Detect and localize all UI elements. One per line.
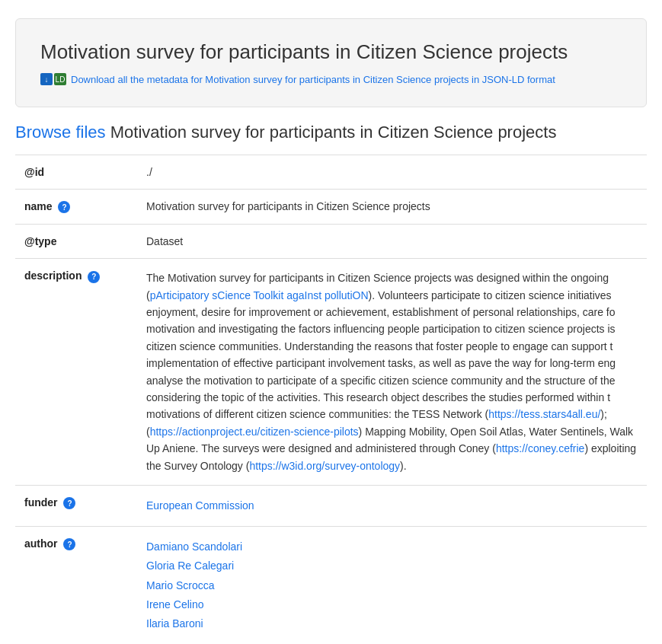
- author-help-badge[interactable]: ?: [63, 538, 75, 550]
- author-link[interactable]: Irene Celino: [146, 595, 638, 614]
- download-box-icon: ↓: [40, 73, 53, 85]
- browse-section: Browse files Motivation survey for parti…: [15, 123, 647, 644]
- name-value: Motivation survey for participants in Ci…: [146, 200, 430, 212]
- author-label: author: [24, 537, 58, 550]
- header-card: Motivation survey for participants in Ci…: [15, 18, 647, 107]
- action-link[interactable]: https://actionproject.eu/citizen-science…: [150, 426, 359, 438]
- id-label: @id: [24, 166, 44, 178]
- author-link[interactable]: Ilaria Baroni: [146, 614, 638, 633]
- description-text: The Motivation survey for participants i…: [146, 269, 638, 474]
- linked-data-icon: LD: [54, 73, 66, 85]
- funder-label: funder: [24, 496, 58, 509]
- id-value: ./: [146, 166, 152, 178]
- funder-value-link[interactable]: European Commission: [146, 496, 638, 515]
- table-row-author: author ? Damiano ScandolariGloria Re Cal…: [15, 527, 647, 644]
- coney-link[interactable]: https://coney.cefrie: [496, 442, 584, 454]
- name-help-badge[interactable]: ?: [58, 201, 70, 213]
- metadata-table: @id ./ name ? Motivation survey for part…: [15, 155, 647, 644]
- author-link[interactable]: Mario Scrocca: [146, 576, 638, 595]
- browse-files-link[interactable]: Browse files: [15, 123, 106, 142]
- funder-help-badge[interactable]: ?: [63, 497, 75, 509]
- download-link-text: Download all the metadata for Motivation…: [71, 74, 555, 85]
- download-metadata-link[interactable]: ↓LD Download all the metadata for Motiva…: [40, 73, 622, 85]
- table-row-id: @id ./: [15, 155, 647, 190]
- browse-header: Browse files Motivation survey for parti…: [15, 123, 647, 145]
- table-row-funder: funder ? European Commission: [15, 485, 647, 526]
- browse-dataset-title: Motivation survey for participants in Ci…: [110, 123, 557, 142]
- download-icon: ↓LD: [40, 73, 66, 85]
- tess-link[interactable]: https://tess.stars4all.eu/: [488, 408, 600, 420]
- name-label: name: [24, 200, 53, 212]
- author-link[interactable]: Damiano Scandolari: [146, 537, 638, 556]
- survey-ontology-link[interactable]: https://w3id.org/survey-ontology: [249, 460, 400, 472]
- author-list: Damiano ScandolariGloria Re CalegariMari…: [137, 527, 647, 644]
- type-value: Dataset: [146, 235, 183, 247]
- table-row-name: name ? Motivation survey for participant…: [15, 190, 647, 225]
- author-link[interactable]: Gloria Re Calegari: [146, 556, 638, 575]
- description-help-badge[interactable]: ?: [88, 271, 100, 283]
- table-row-type: @type Dataset: [15, 225, 647, 259]
- type-label: @type: [24, 235, 56, 247]
- paste-link[interactable]: pArticipatory sCience Toolkit agaInst po…: [150, 289, 369, 301]
- description-label: description: [24, 269, 82, 282]
- page-title: Motivation survey for participants in Ci…: [40, 40, 622, 64]
- table-row-description: description ? The Motivation survey for …: [15, 259, 647, 486]
